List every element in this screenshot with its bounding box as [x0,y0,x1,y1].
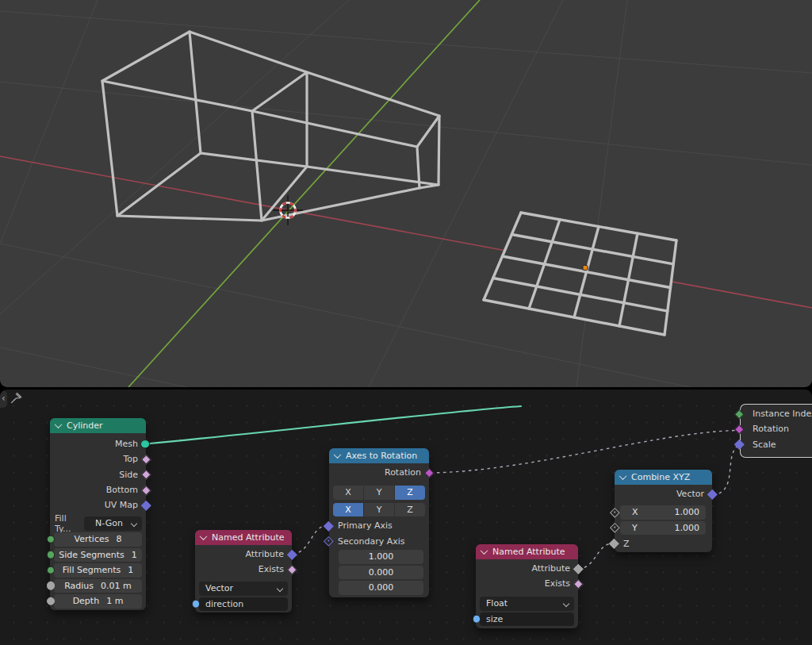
field-value: 1.000 [675,507,700,517]
field-label: X [632,507,638,517]
node-named-attribute-float[interactable]: Named Attribute Attribute Exists Float s… [476,544,578,628]
node-header[interactable]: Axes to Rotation [329,448,429,463]
socket-name-input[interactable] [473,615,481,624]
socket-radius-input[interactable] [47,582,56,590]
chevron-down-icon[interactable] [334,451,342,459]
output-row-side: Side [50,467,146,482]
sidebar-collapse-button[interactable]: ‹ [0,390,7,408]
attribute-name-field[interactable]: direction [199,597,288,612]
node-header[interactable]: Cylinder [50,418,146,433]
chevron-left-icon: ‹ [2,393,6,404]
data-type-value: Float [486,598,508,609]
input-row-rotation: Rotation [741,421,812,436]
value: 1.000 [369,551,394,562]
wireframe-wedge-object[interactable] [102,32,439,221]
data-type-dropdown[interactable]: Vector [199,582,288,596]
chevron-down-icon[interactable] [481,547,488,555]
node-header[interactable]: Named Attribute [476,544,578,559]
field-label: Fill Segments [63,565,121,575]
chevron-down-icon[interactable] [55,420,63,428]
pin-icon[interactable] [10,391,23,405]
primary-axis-y-button[interactable]: Y [364,486,394,500]
data-type-dropdown[interactable]: Float [480,597,574,611]
output-row-attribute: Attribute [476,561,578,576]
depth-field[interactable]: Depth 1 m [54,594,142,609]
node-title: Cylinder [67,420,103,431]
secondary-axis-z-button[interactable]: Z [395,503,425,517]
output-row-mesh: Mesh [50,436,146,451]
attribute-name-value: size [486,614,503,624]
field-label: Y [632,523,638,533]
node-combine-xyz[interactable]: Combine XYZ Vector X 1.000 Y 1.000 Z [615,470,712,552]
input-row-primary-axis: Primary Axis [329,518,429,533]
vertices-field[interactable]: Vertices 8 [54,532,142,547]
y-axis-line [128,0,480,387]
input-row-z: Z [615,536,712,551]
socket-fill-segments-input[interactable] [47,566,56,574]
node-instancer-clipped[interactable]: Instance Index Rotation Scale [740,404,812,458]
geometry-node-editor[interactable]: ‹ Cylinder Mesh Top [0,390,812,645]
output-row-exists: Exists [476,576,578,591]
value: 0.000 [369,582,394,593]
side-segments-field[interactable]: Side Segments 1 [54,548,142,562]
data-type-value: Vector [205,583,233,593]
link-vector-to-scale [713,446,737,495]
attribute-name-value: direction [205,599,243,609]
3d-viewport[interactable] [0,0,812,387]
x-value-field[interactable]: X 1.000 [620,505,706,520]
output-row-attribute: Attribute [195,547,292,562]
node-axes-to-rotation[interactable]: Axes to Rotation Rotation X Y Z X Y Z Pr… [329,448,429,597]
node-named-attribute-vector[interactable]: Named Attribute Attribute Exists Vector … [195,530,292,612]
link-mesh [150,406,521,443]
socket-side-segments-input[interactable] [47,551,56,559]
chevron-down-icon[interactable] [619,472,627,480]
socket-vertices-input[interactable] [47,535,56,543]
fill-segments-field[interactable]: Fill Segments 1 [54,563,142,578]
secondary-axis-buttons: X Y Z [333,503,425,517]
output-row-rotation: Rotation [329,465,429,480]
socket-depth-input[interactable] [47,597,56,605]
link-attribute-to-z [578,543,612,569]
node-header[interactable]: Named Attribute [195,530,292,545]
primary-axis-x-button[interactable]: X [333,486,363,500]
node-header[interactable]: Combine XYZ [615,470,712,485]
chevron-down-icon[interactable] [200,532,208,540]
socket-name-input[interactable] [192,600,201,609]
field-value: 1 [128,565,133,575]
socket-x-input[interactable] [610,508,619,517]
fill-type-dropdown[interactable]: N-Gon [84,516,142,531]
field-value: 1 m [106,596,123,606]
chevron-down-icon [277,585,283,592]
secondary-axis-x-button[interactable]: X [333,503,363,517]
input-row-secondary-axis: Secondary Axis [329,534,429,549]
input-row-scale: Scale [741,437,812,452]
secondary-axis-y-value[interactable]: 0.000 [339,566,423,580]
socket-label: Secondary Axis [329,536,405,547]
output-row-uvmap: UV Map [50,497,146,513]
attribute-name-field[interactable]: size [480,612,574,627]
socket-label: Scale [741,440,776,450]
socket-y-input[interactable] [610,523,619,532]
floor-grid [0,0,812,387]
radius-field[interactable]: Radius 0.01 m [54,579,142,593]
node-title: Axes to Rotation [346,451,417,461]
secondary-axis-x-value[interactable]: 1.000 [339,550,423,564]
socket-label: Rotation [741,424,789,434]
node-cylinder[interactable]: Cylinder Mesh Top Side Bottom UV Map [50,418,146,610]
field-label: Radius [64,581,94,591]
primary-axis-z-button[interactable]: Z [395,486,425,500]
link-attribute-to-primary-axis [293,525,327,554]
field-value: 8 [116,534,121,544]
socket-mesh-output[interactable] [140,440,150,449]
field-label: Side Segments [59,550,124,560]
secondary-axis-y-button[interactable]: Y [364,503,394,517]
primary-axis-buttons: X Y Z [333,486,425,500]
object-origin-dot [583,266,588,271]
socket-label: Primary Axis [329,520,393,531]
field-label: Vertices [75,534,109,544]
fill-type-value: N-Gon [95,518,123,528]
secondary-axis-z-value[interactable]: 0.000 [339,581,423,595]
fill-type-row: Fill Ty... N-Gon [54,516,142,531]
wireframe-grid-object[interactable] [484,213,676,335]
y-value-field[interactable]: Y 1.000 [620,521,706,536]
